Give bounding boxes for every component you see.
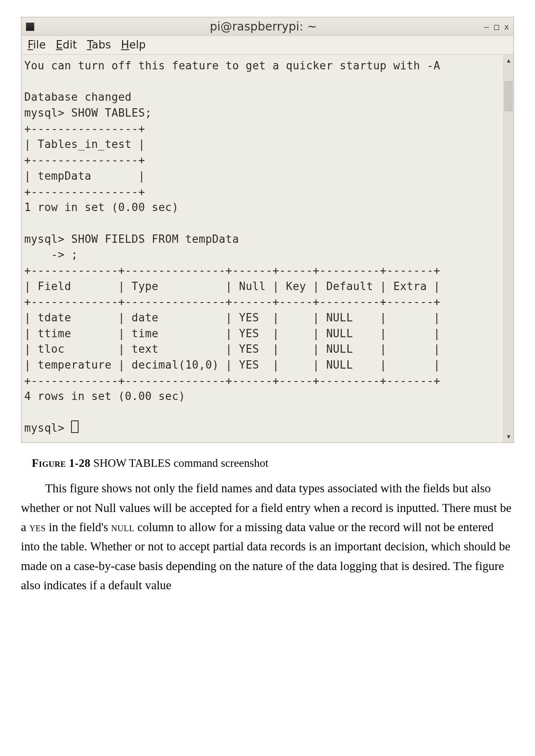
terminal-line: mysql> SHOW FIELDS FROM tempData <box>24 233 239 245</box>
titlebar: pi@raspberrypi: ~ – □ x <box>22 18 513 36</box>
terminal-line: -> ; <box>24 248 78 261</box>
scroll-thumb[interactable] <box>504 81 512 111</box>
terminal-line: +-------------+---------------+------+--… <box>24 374 440 387</box>
terminal-line: | temperature | decimal(10,0) | YES | | … <box>24 359 440 371</box>
terminal-line: 4 rows in set (0.00 sec) <box>24 390 185 402</box>
menu-edit[interactable]: Edit <box>56 38 77 51</box>
terminal-line: +----------------+ <box>24 154 145 166</box>
body-paragraph: This figure shows not only the field nam… <box>21 479 514 595</box>
page: pi@raspberrypi: ~ – □ x File Edit Tabs H… <box>0 0 535 620</box>
terminal-line: +----------------+ <box>24 122 145 135</box>
terminal-line: | Tables_in_test | <box>24 138 145 150</box>
titlebar-left <box>26 23 43 31</box>
terminal-line: Database changed <box>24 91 132 103</box>
figure-id: Figure 1-28 <box>32 457 91 469</box>
menu-tabs[interactable]: Tabs <box>87 38 111 51</box>
scroll-up-icon[interactable]: ▴ <box>507 56 510 64</box>
menu-file[interactable]: File <box>28 38 46 51</box>
terminal-window: pi@raspberrypi: ~ – □ x File Edit Tabs H… <box>21 17 514 443</box>
terminal-line: | ttime | time | YES | | NULL | | <box>24 327 440 340</box>
terminal-line: 1 row in set (0.00 sec) <box>24 201 178 214</box>
terminal-line: | tloc | text | YES | | NULL | | <box>24 343 440 355</box>
terminal-line: +-------------+---------------+------+--… <box>24 264 440 277</box>
scrollbar[interactable]: ▴ ▾ <box>503 55 513 442</box>
scroll-track[interactable] <box>504 64 513 433</box>
terminal-line: | Field | Type | Null | Key | Default | … <box>24 280 440 293</box>
minimize-button[interactable]: – <box>484 23 489 31</box>
figure-caption: Figure 1-28 SHOW TABLES command screensh… <box>32 456 514 471</box>
terminal-line: You can turn off this feature to get a q… <box>24 59 440 72</box>
terminal-output[interactable]: You can turn off this feature to get a q… <box>22 55 503 442</box>
figure-caption-text: SHOW TABLES command screenshot <box>91 457 269 469</box>
paragraph-yes-word: yes <box>29 520 46 534</box>
menu-help[interactable]: Help <box>121 38 145 51</box>
terminal-prompt: mysql> <box>24 422 71 434</box>
terminal-line: | tempData | <box>24 170 145 182</box>
maximize-button[interactable]: □ <box>494 23 499 31</box>
terminal-line: +----------------+ <box>24 186 145 198</box>
terminal-line: mysql> SHOW TABLES; <box>24 107 152 119</box>
paragraph-segment: in the field's <box>46 520 111 534</box>
terminal-line: +-------------+---------------+------+--… <box>24 295 440 308</box>
scroll-down-icon[interactable]: ▾ <box>507 433 510 440</box>
window-controls: – □ x <box>484 23 509 31</box>
terminal-body-wrap: You can turn off this feature to get a q… <box>22 55 513 442</box>
app-icon <box>26 23 34 31</box>
paragraph-null-word: null <box>111 520 134 534</box>
cursor-icon <box>71 420 79 433</box>
terminal-line: | tdate | date | YES | | NULL | | <box>24 311 440 324</box>
close-button[interactable]: x <box>504 23 509 31</box>
window-title: pi@raspberrypi: ~ <box>43 20 484 33</box>
menubar: File Edit Tabs Help <box>22 36 513 55</box>
